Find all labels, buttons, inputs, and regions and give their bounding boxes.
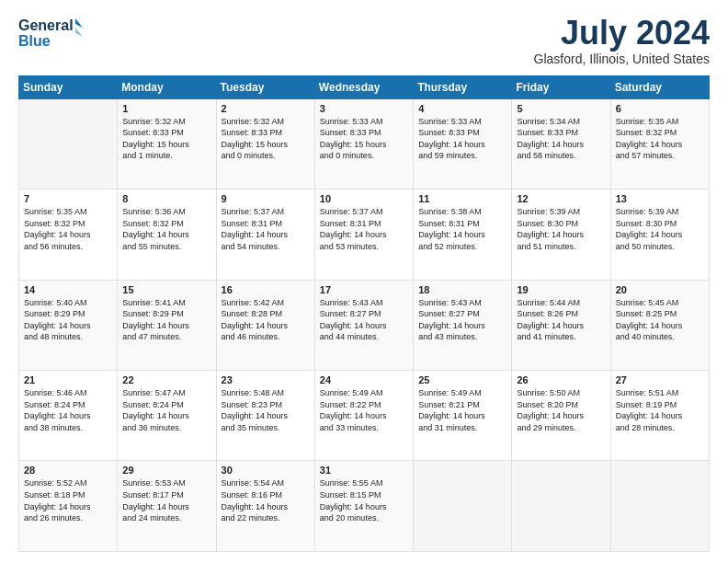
day-info: Sunrise: 5:55 AM Sunset: 8:15 PM Dayligh… [320, 477, 408, 523]
svg-text:Blue: Blue [18, 33, 51, 49]
calendar-cell: 27Sunrise: 5:51 AM Sunset: 8:19 PM Dayli… [610, 371, 709, 461]
col-saturday: Saturday [610, 75, 709, 98]
day-info: Sunrise: 5:51 AM Sunset: 8:19 PM Dayligh… [616, 387, 704, 433]
calendar: Sunday Monday Tuesday Wednesday Thursday… [18, 75, 710, 552]
col-sunday: Sunday [19, 75, 118, 98]
day-number: 14 [24, 284, 112, 295]
svg-marker-2 [75, 18, 83, 28]
day-number: 25 [418, 374, 506, 385]
day-number: 27 [616, 374, 704, 385]
logo: General Blue [18, 15, 83, 53]
calendar-cell: 20Sunrise: 5:45 AM Sunset: 8:25 PM Dayli… [610, 280, 709, 370]
calendar-cell: 2Sunrise: 5:32 AM Sunset: 8:33 PM Daylig… [216, 98, 314, 189]
day-number: 20 [616, 284, 704, 295]
day-number: 30 [222, 465, 310, 476]
day-number: 15 [122, 284, 210, 295]
day-number: 24 [320, 374, 408, 385]
day-info: Sunrise: 5:40 AM Sunset: 8:29 PM Dayligh… [24, 297, 112, 343]
calendar-cell: 5Sunrise: 5:34 AM Sunset: 8:33 PM Daylig… [512, 98, 610, 189]
col-thursday: Thursday [414, 75, 512, 98]
day-info: Sunrise: 5:53 AM Sunset: 8:17 PM Dayligh… [122, 477, 210, 523]
calendar-cell: 7Sunrise: 5:35 AM Sunset: 8:32 PM Daylig… [19, 190, 118, 280]
day-info: Sunrise: 5:54 AM Sunset: 8:16 PM Dayligh… [222, 477, 310, 523]
calendar-cell: 9Sunrise: 5:37 AM Sunset: 8:31 PM Daylig… [216, 190, 314, 280]
calendar-table: Sunday Monday Tuesday Wednesday Thursday… [18, 75, 710, 552]
calendar-cell: 8Sunrise: 5:36 AM Sunset: 8:32 PM Daylig… [118, 190, 216, 280]
day-number: 6 [616, 103, 704, 114]
day-number: 8 [122, 193, 210, 204]
calendar-cell [19, 98, 118, 189]
day-info: Sunrise: 5:47 AM Sunset: 8:24 PM Dayligh… [122, 387, 210, 433]
calendar-cell: 12Sunrise: 5:39 AM Sunset: 8:30 PM Dayli… [512, 190, 610, 280]
calendar-week-4: 21Sunrise: 5:46 AM Sunset: 8:24 PM Dayli… [19, 371, 710, 461]
col-tuesday: Tuesday [216, 75, 314, 98]
day-info: Sunrise: 5:35 AM Sunset: 8:32 PM Dayligh… [616, 116, 704, 162]
calendar-cell: 31Sunrise: 5:55 AM Sunset: 8:15 PM Dayli… [314, 461, 413, 552]
calendar-week-3: 14Sunrise: 5:40 AM Sunset: 8:29 PM Dayli… [19, 280, 710, 370]
day-info: Sunrise: 5:43 AM Sunset: 8:27 PM Dayligh… [320, 297, 408, 343]
day-info: Sunrise: 5:44 AM Sunset: 8:26 PM Dayligh… [517, 297, 605, 343]
day-info: Sunrise: 5:32 AM Sunset: 8:33 PM Dayligh… [122, 116, 210, 162]
col-wednesday: Wednesday [314, 75, 413, 98]
day-number: 2 [222, 103, 310, 114]
calendar-cell: 13Sunrise: 5:39 AM Sunset: 8:30 PM Dayli… [610, 190, 709, 280]
day-number: 23 [222, 374, 310, 385]
day-info: Sunrise: 5:45 AM Sunset: 8:25 PM Dayligh… [616, 297, 704, 343]
calendar-cell: 10Sunrise: 5:37 AM Sunset: 8:31 PM Dayli… [314, 190, 413, 280]
day-info: Sunrise: 5:39 AM Sunset: 8:30 PM Dayligh… [616, 206, 704, 252]
day-number: 11 [418, 193, 506, 204]
calendar-cell: 26Sunrise: 5:50 AM Sunset: 8:20 PM Dayli… [512, 371, 610, 461]
calendar-cell [610, 461, 709, 552]
day-number: 4 [418, 103, 506, 114]
day-number: 7 [24, 193, 112, 204]
day-number: 12 [517, 193, 605, 204]
calendar-cell: 14Sunrise: 5:40 AM Sunset: 8:29 PM Dayli… [19, 280, 118, 370]
calendar-cell: 23Sunrise: 5:48 AM Sunset: 8:23 PM Dayli… [216, 371, 314, 461]
svg-marker-3 [75, 28, 83, 37]
day-info: Sunrise: 5:52 AM Sunset: 8:18 PM Dayligh… [24, 477, 112, 523]
day-info: Sunrise: 5:33 AM Sunset: 8:33 PM Dayligh… [320, 116, 408, 162]
day-info: Sunrise: 5:32 AM Sunset: 8:33 PM Dayligh… [222, 116, 310, 162]
day-number: 18 [418, 284, 506, 295]
calendar-cell: 30Sunrise: 5:54 AM Sunset: 8:16 PM Dayli… [216, 461, 314, 552]
calendar-cell [512, 461, 610, 552]
day-number: 21 [24, 374, 112, 385]
calendar-cell: 17Sunrise: 5:43 AM Sunset: 8:27 PM Dayli… [314, 280, 413, 370]
day-info: Sunrise: 5:35 AM Sunset: 8:32 PM Dayligh… [24, 206, 112, 252]
day-number: 28 [24, 465, 112, 476]
calendar-body: 1Sunrise: 5:32 AM Sunset: 8:33 PM Daylig… [19, 98, 710, 551]
calendar-week-5: 28Sunrise: 5:52 AM Sunset: 8:18 PM Dayli… [19, 461, 710, 552]
day-info: Sunrise: 5:43 AM Sunset: 8:27 PM Dayligh… [418, 297, 506, 343]
calendar-cell: 15Sunrise: 5:41 AM Sunset: 8:29 PM Dayli… [118, 280, 216, 370]
day-info: Sunrise: 5:42 AM Sunset: 8:28 PM Dayligh… [222, 297, 310, 343]
title-block: July 2024 Glasford, Illinois, United Sta… [534, 15, 710, 66]
calendar-cell: 25Sunrise: 5:49 AM Sunset: 8:21 PM Dayli… [414, 371, 512, 461]
day-number: 31 [320, 465, 408, 476]
col-friday: Friday [512, 75, 610, 98]
day-number: 16 [222, 284, 310, 295]
day-number: 26 [517, 374, 605, 385]
col-monday: Monday [118, 75, 216, 98]
calendar-cell: 1Sunrise: 5:32 AM Sunset: 8:33 PM Daylig… [118, 98, 216, 189]
month-title: July 2024 [534, 15, 710, 52]
calendar-cell: 11Sunrise: 5:38 AM Sunset: 8:31 PM Dayli… [414, 190, 512, 280]
day-info: Sunrise: 5:41 AM Sunset: 8:29 PM Dayligh… [122, 297, 210, 343]
calendar-cell: 3Sunrise: 5:33 AM Sunset: 8:33 PM Daylig… [314, 98, 413, 189]
calendar-cell: 24Sunrise: 5:49 AM Sunset: 8:22 PM Dayli… [314, 371, 413, 461]
calendar-cell: 4Sunrise: 5:33 AM Sunset: 8:33 PM Daylig… [414, 98, 512, 189]
svg-text:General: General [18, 17, 74, 33]
day-number: 1 [122, 103, 210, 114]
calendar-cell: 22Sunrise: 5:47 AM Sunset: 8:24 PM Dayli… [118, 371, 216, 461]
day-number: 3 [320, 103, 408, 114]
calendar-week-1: 1Sunrise: 5:32 AM Sunset: 8:33 PM Daylig… [19, 98, 710, 189]
day-info: Sunrise: 5:37 AM Sunset: 8:31 PM Dayligh… [222, 206, 310, 252]
day-info: Sunrise: 5:50 AM Sunset: 8:20 PM Dayligh… [517, 387, 605, 433]
day-number: 17 [320, 284, 408, 295]
day-number: 29 [122, 465, 210, 476]
calendar-cell: 6Sunrise: 5:35 AM Sunset: 8:32 PM Daylig… [610, 98, 709, 189]
day-info: Sunrise: 5:49 AM Sunset: 8:22 PM Dayligh… [320, 387, 408, 433]
location: Glasford, Illinois, United States [534, 52, 710, 66]
day-number: 5 [517, 103, 605, 114]
day-info: Sunrise: 5:36 AM Sunset: 8:32 PM Dayligh… [122, 206, 210, 252]
calendar-cell: 16Sunrise: 5:42 AM Sunset: 8:28 PM Dayli… [216, 280, 314, 370]
